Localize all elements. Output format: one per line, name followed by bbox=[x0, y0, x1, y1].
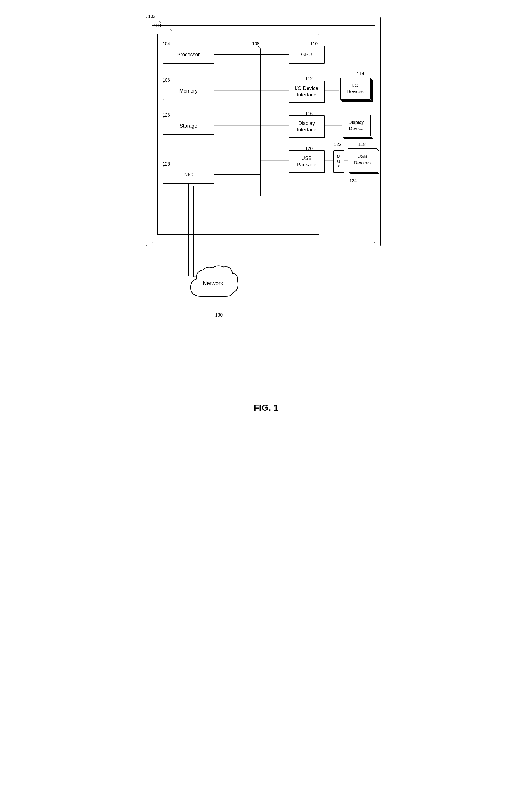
io-devices-stacked: I/O Devices bbox=[340, 78, 374, 103]
ref-102: 102 bbox=[148, 14, 156, 19]
io-devices-label: I/O Devices bbox=[347, 82, 363, 95]
ref-120: 120 bbox=[305, 146, 313, 151]
ref-118: 118 bbox=[358, 142, 366, 147]
ref-116: 116 bbox=[305, 111, 313, 116]
storage-label: Storage bbox=[179, 123, 197, 129]
ref-106: 106 bbox=[163, 78, 170, 83]
usb-devices-stacked: USB Devices bbox=[348, 148, 380, 176]
nic-box: NIC bbox=[163, 166, 214, 184]
ref-100: 100 bbox=[154, 23, 161, 28]
io-interface-box: I/O Device Interface bbox=[288, 80, 325, 103]
processor-box: Processor bbox=[163, 45, 214, 64]
processor-label: Processor bbox=[177, 52, 200, 58]
ref-126: 126 bbox=[163, 113, 170, 118]
gpu-box: GPU bbox=[288, 45, 325, 64]
memory-label: Memory bbox=[179, 88, 197, 94]
ref-110: 110 bbox=[310, 41, 318, 46]
ref-112: 112 bbox=[305, 76, 313, 81]
page-container: 102 100 Processor 104 Memory 106 Storage… bbox=[140, 5, 392, 424]
ref-122: 122 bbox=[334, 142, 342, 147]
ref-114: 114 bbox=[357, 71, 364, 76]
gpu-label: GPU bbox=[301, 52, 312, 58]
ref-124: 124 bbox=[349, 178, 357, 184]
ref-108: 108 bbox=[252, 41, 260, 46]
network-text: Network bbox=[203, 280, 223, 286]
nic-label: NIC bbox=[184, 172, 193, 178]
ref-104: 104 bbox=[163, 41, 170, 46]
mux-label: M U X bbox=[337, 155, 341, 169]
network-cloud: Network bbox=[185, 263, 241, 313]
usb-package-label: USB Package bbox=[297, 155, 316, 168]
io-interface-label: I/O Device Interface bbox=[294, 85, 318, 98]
storage-box: Storage bbox=[163, 117, 214, 135]
usb-package-box: USB Package bbox=[288, 150, 325, 173]
diagram-area: 102 100 Processor 104 Memory 106 Storage… bbox=[140, 5, 392, 397]
mux-box: M U X bbox=[333, 150, 344, 173]
figure-label: FIG. 1 bbox=[140, 403, 392, 424]
display-interface-box: Display Interface bbox=[288, 115, 325, 138]
display-device-label: Display Device bbox=[348, 119, 364, 132]
memory-box: Memory bbox=[163, 82, 214, 100]
usb-devices-label: USB Devices bbox=[354, 153, 371, 166]
ref-130: 130 bbox=[215, 312, 223, 318]
svg-text:Network: Network bbox=[203, 280, 223, 286]
display-device-stacked: Display Device bbox=[342, 115, 374, 140]
ref-128: 128 bbox=[163, 161, 170, 167]
display-interface-label: Display Interface bbox=[297, 120, 316, 133]
